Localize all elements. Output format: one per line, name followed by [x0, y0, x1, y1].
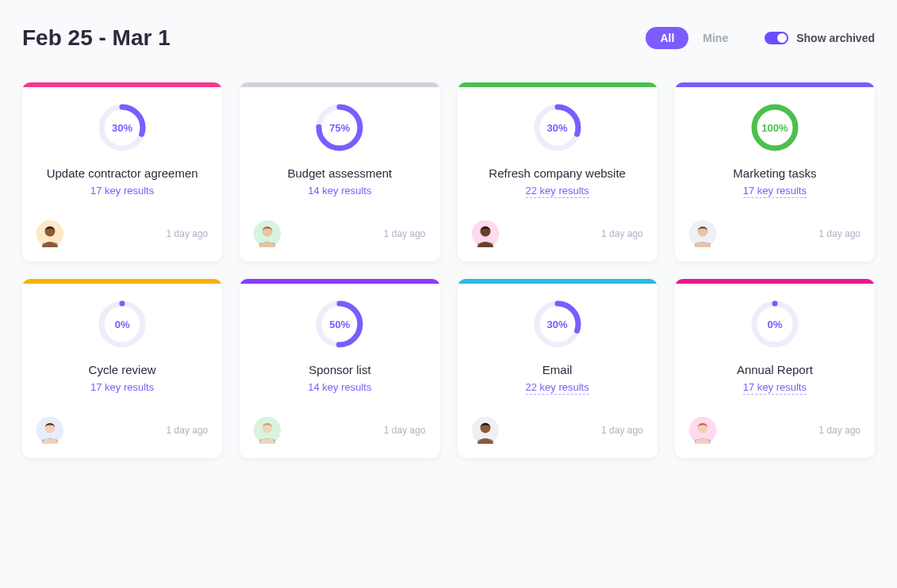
card-timestamp: 1 day ago	[601, 425, 643, 436]
archived-toggle-label: Show archived	[796, 32, 875, 44]
card-timestamp: 1 day ago	[167, 228, 209, 239]
objective-card[interactable]: 50% Sponsor list 14 key results 1 day ag…	[240, 279, 439, 458]
key-results-link[interactable]: 14 key results	[308, 381, 371, 393]
card-stripe	[458, 82, 657, 87]
date-range: Feb 25 - Mar 1	[22, 25, 171, 51]
key-results-link[interactable]: 17 key results	[90, 381, 154, 393]
objective-card[interactable]: 0% Cycle review 17 key results 1 day ago	[22, 279, 222, 458]
card-title: Update contractor agreemen	[47, 166, 198, 180]
filter-pills: All Mine	[646, 27, 742, 49]
card-timestamp: 1 day ago	[167, 425, 209, 436]
card-stripe	[240, 82, 439, 87]
card-footer: 1 day ago	[254, 220, 425, 247]
progress-ring: 50%	[315, 300, 364, 349]
key-results-link[interactable]: 22 key results	[526, 381, 589, 395]
archived-toggle-group: Show archived	[765, 32, 875, 44]
card-title: Budget assessment	[288, 166, 393, 180]
card-stripe	[458, 279, 657, 284]
progress-ring: 75%	[315, 103, 364, 152]
objective-card[interactable]: 30% Update contractor agreemen 17 key re…	[22, 82, 222, 262]
objective-card[interactable]: 30% Refresh company website 22 key resul…	[458, 82, 657, 262]
toggle-knob-icon	[777, 33, 787, 43]
owner-avatar[interactable]	[689, 417, 716, 444]
card-stripe	[675, 82, 875, 87]
card-footer: 1 day ago	[36, 417, 208, 444]
owner-avatar[interactable]	[472, 417, 499, 444]
progress-ring: 30%	[98, 103, 147, 152]
card-title: Refresh company website	[489, 166, 626, 180]
filter-all[interactable]: All	[646, 27, 688, 49]
card-title: Cycle review	[89, 363, 156, 376]
card-stripe	[240, 279, 439, 284]
owner-avatar[interactable]	[254, 220, 281, 247]
card-footer: 1 day ago	[254, 417, 425, 444]
owner-avatar[interactable]	[36, 220, 63, 247]
owner-avatar[interactable]	[689, 220, 716, 247]
progress-ring: 0%	[98, 300, 147, 349]
objective-card[interactable]: 100% Marketing tasks 17 key results 1 da…	[675, 82, 875, 262]
card-footer: 1 day ago	[472, 417, 643, 444]
objective-card[interactable]: 0% Annual Report 17 key results 1 day ag…	[675, 279, 875, 458]
header-controls: All Mine Show archived	[646, 27, 875, 49]
card-timestamp: 1 day ago	[818, 228, 861, 239]
key-results-link[interactable]: 22 key results	[526, 185, 589, 198]
progress-ring: 100%	[750, 103, 799, 152]
progress-label: 0%	[767, 319, 782, 330]
progress-label: 0%	[115, 319, 130, 330]
card-title: Marketing tasks	[733, 166, 816, 180]
card-footer: 1 day ago	[689, 220, 861, 247]
card-footer: 1 day ago	[689, 417, 861, 444]
card-stripe	[22, 279, 222, 284]
owner-avatar[interactable]	[36, 417, 63, 444]
progress-ring: 0%	[750, 300, 799, 349]
key-results-link[interactable]: 17 key results	[743, 185, 807, 198]
archived-toggle[interactable]	[765, 32, 788, 44]
key-results-link[interactable]: 14 key results	[308, 185, 371, 197]
card-title: Annual Report	[737, 363, 813, 376]
filter-mine[interactable]: Mine	[688, 27, 742, 49]
key-results-link[interactable]: 17 key results	[743, 381, 807, 395]
owner-avatar[interactable]	[472, 220, 499, 247]
card-timestamp: 1 day ago	[818, 425, 861, 436]
progress-label: 75%	[329, 122, 350, 134]
progress-label: 30%	[112, 122, 132, 134]
progress-ring: 30%	[533, 300, 582, 349]
progress-label: 30%	[547, 122, 568, 134]
objective-card[interactable]: 30% Email 22 key results 1 day ago	[458, 279, 657, 458]
card-timestamp: 1 day ago	[601, 228, 643, 239]
card-title: Email	[542, 363, 573, 376]
owner-avatar[interactable]	[254, 417, 281, 444]
card-footer: 1 day ago	[472, 220, 643, 247]
progress-label: 100%	[761, 122, 788, 134]
objective-card[interactable]: 75% Budget assessment 14 key results 1 d…	[240, 82, 439, 262]
key-results-link[interactable]: 17 key results	[90, 185, 154, 197]
card-timestamp: 1 day ago	[384, 228, 426, 239]
progress-label: 50%	[329, 319, 350, 330]
card-stripe	[22, 82, 222, 87]
card-stripe	[675, 279, 875, 284]
card-footer: 1 day ago	[36, 220, 208, 247]
card-title: Sponsor list	[309, 363, 370, 376]
progress-label: 30%	[547, 319, 568, 330]
card-grid: 30% Update contractor agreemen 17 key re…	[22, 82, 875, 458]
progress-ring: 30%	[533, 103, 582, 152]
card-timestamp: 1 day ago	[384, 425, 426, 436]
